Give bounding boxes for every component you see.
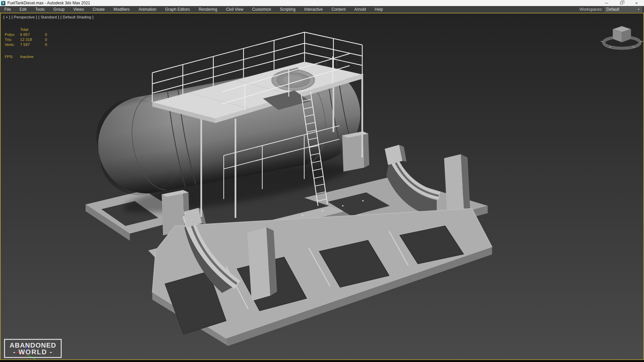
stats-polys-label: Polys: (5, 33, 20, 37)
bottom-strip (0, 360, 644, 362)
stats-verts-second: 0 (45, 43, 58, 47)
menu-animation[interactable]: Animation (134, 6, 161, 13)
viewport-shading-menu[interactable]: [ Default Shading ] (60, 15, 93, 19)
workspaces-value: Default (606, 7, 619, 12)
menu-edit[interactable]: Edit (15, 6, 31, 13)
menu-help[interactable]: Help (370, 6, 387, 13)
menu-create[interactable]: Create (88, 6, 109, 13)
menu-group[interactable]: Group (49, 6, 69, 13)
menu-arnold[interactable]: Arnold (350, 6, 370, 13)
stats-polys-second: 0 (45, 33, 58, 37)
stats-header: Total (20, 27, 45, 32)
title-bar: 3 FuelTankDiesel.max - Autodesk 3ds Max … (0, 0, 644, 6)
menu-scripting[interactable]: Scripting (275, 6, 300, 13)
menu-customize[interactable]: Customize (248, 6, 276, 13)
menu-modifiers[interactable]: Modifiers (109, 6, 134, 13)
stats-tris-value: 12 318 (20, 38, 45, 42)
close-button[interactable]: × (629, 0, 644, 6)
viewport-statistics: Total Polys: 6 657 0 Tris: 12 318 0 Vert… (5, 27, 58, 59)
menu-interactive[interactable]: Interactive (300, 6, 327, 13)
minimize-button[interactable] (599, 0, 614, 6)
workspaces-label: Workspaces: (580, 7, 603, 12)
menu-file[interactable]: File (0, 6, 15, 13)
menu-content[interactable]: Content (327, 6, 350, 13)
stats-verts-value: 7 597 (20, 43, 45, 47)
viewport-label: [ + ] [ Perspective ] [ Standard ] [ Def… (3, 15, 94, 19)
viewport-general-menu[interactable]: [ + ] (3, 15, 10, 19)
stats-tris-second: 0 (45, 38, 58, 42)
window-title: FuelTankDiesel.max - Autodesk 3ds Max 20… (7, 1, 90, 5)
menu-tools[interactable]: Tools (31, 6, 49, 13)
watermark-line1: ABANDONED (10, 342, 56, 349)
fuel-tank-3d-scene[interactable] (1, 13, 643, 359)
restore-icon (620, 2, 623, 4)
viewport-pov-menu[interactable]: [ Perspective ] (12, 15, 37, 19)
restore-button[interactable] (614, 0, 629, 6)
support-pedestal-right[interactable] (342, 131, 369, 172)
menu-rendering[interactable]: Rendering (194, 6, 221, 13)
workspaces-dropdown[interactable]: Default ▼ (604, 7, 642, 12)
abandoned-world-watermark: ABANDONED - WORLD - (4, 339, 62, 358)
menu-bar: File Edit Tools Group Views Create Modif… (0, 6, 644, 13)
menu-graph-editors[interactable]: Graph Editors (161, 6, 194, 13)
watermark-line2: - WORLD - (13, 349, 53, 355)
stats-tris-label: Tris: (5, 38, 20, 42)
minimize-icon (605, 3, 608, 3)
chevron-down-icon: ▼ (637, 8, 640, 11)
viewport-renderer-menu[interactable]: [ Standard ] (38, 15, 59, 19)
perspective-viewport[interactable]: [ + ] [ Perspective ] [ Standard ] [ Def… (0, 13, 644, 360)
fps-value: Inactive (20, 55, 58, 59)
window-controls: × (599, 0, 644, 6)
stats-verts-label: Verts: (5, 43, 20, 47)
stats-polys-value: 6 657 (20, 33, 45, 37)
menu-civil-view[interactable]: Civil View (222, 6, 248, 13)
menu-views[interactable]: Views (69, 6, 88, 13)
3ds-max-app-icon: 3 (1, 1, 5, 5)
fps-label: FPS: (5, 55, 20, 59)
